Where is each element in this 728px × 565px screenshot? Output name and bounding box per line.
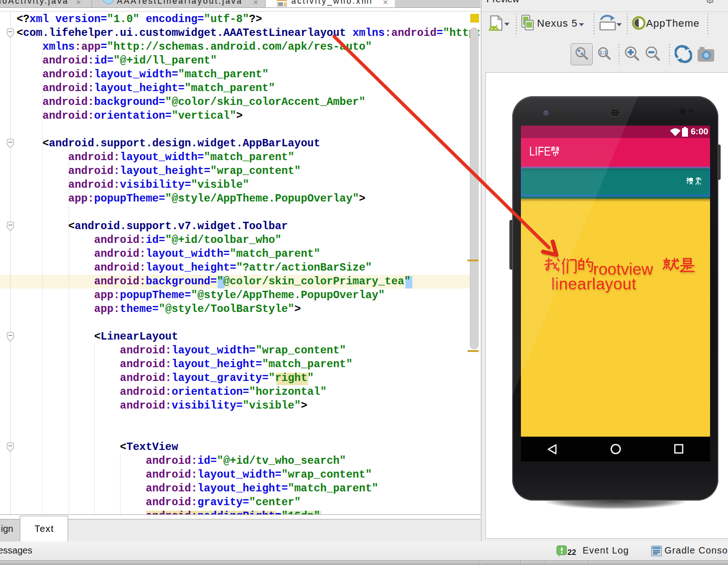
svg-text:1:1: 1:1 bbox=[600, 50, 607, 55]
